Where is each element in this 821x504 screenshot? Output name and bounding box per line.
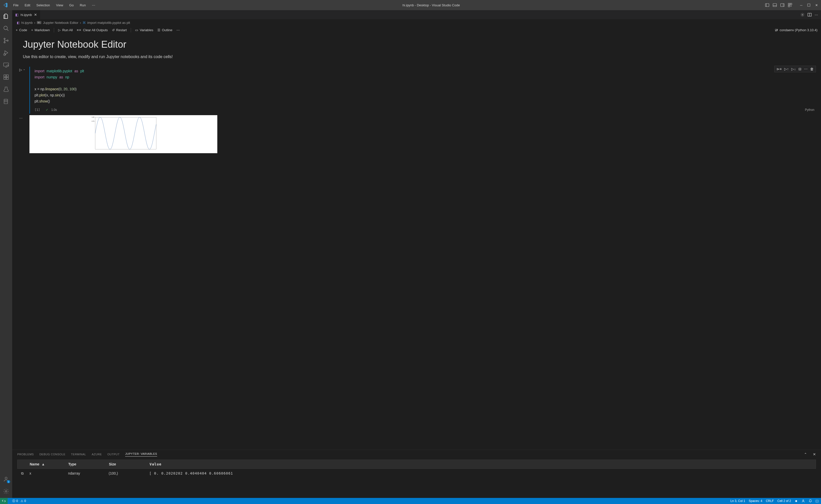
cell-gutter: ▷ ⌄ (19, 67, 29, 72)
cell-actions-toolbar: ⊳≡ ▷↑ ▷↓ ⊟ ⋯ 🗑 (774, 66, 816, 72)
layout-sidebar-left-icon[interactable] (765, 3, 770, 8)
cell-output: ⋯ 0.751.00 (19, 115, 821, 153)
col-name[interactable]: Name (30, 462, 39, 466)
breadcrumb-section[interactable]: Jupyter Notebook Editor (43, 21, 78, 25)
layout-panel-icon[interactable] (772, 3, 777, 8)
jupyter-icon[interactable] (3, 98, 10, 105)
execute-below-icon[interactable]: ▷↓ (791, 67, 796, 71)
settings-icon[interactable] (800, 13, 805, 17)
delete-cell-icon[interactable]: 🗑 (810, 67, 814, 71)
split-cell-icon[interactable]: ⊟ (798, 67, 801, 71)
layout-customize-icon[interactable] (788, 3, 793, 8)
breadcrumb-leaf[interactable]: import matplotlib.pyplot as plt (87, 21, 130, 25)
error-icon: ⓧ (12, 499, 15, 503)
tab-debug-console[interactable]: DEBUG CONSOLE (39, 453, 65, 456)
exec-count: [1] (34, 108, 40, 112)
close-icon[interactable]: ✕ (814, 3, 819, 8)
status-errors[interactable]: ⓧ0⚠0 (12, 499, 26, 503)
svg-rect-23 (6, 77, 8, 79)
menu-more-icon[interactable]: ⋯ (89, 2, 98, 9)
status-bell-icon[interactable] (809, 499, 812, 503)
kernel-selector[interactable]: 🖳condaenv (Python 3.10.4) (775, 28, 817, 32)
tab-jupyter-variables[interactable]: JUPYTER: VARIABLES (125, 452, 157, 457)
search-icon[interactable] (3, 25, 10, 32)
source-control-icon[interactable] (3, 37, 10, 44)
cell-code[interactable]: import matplotlib.pyplot as plt import n… (30, 67, 821, 107)
menu-view[interactable]: View (54, 2, 66, 9)
remote-explorer-icon[interactable] (3, 61, 10, 68)
status-feedback-icon[interactable] (801, 499, 805, 503)
var-name: x (27, 471, 68, 475)
svg-rect-0 (765, 4, 769, 7)
add-markdown-label: Markdown (34, 28, 50, 32)
menu-go[interactable]: Go (67, 2, 76, 9)
variables-button[interactable]: ▭Variables (135, 28, 153, 32)
menu-edit[interactable]: Edit (22, 2, 33, 9)
tab-problems[interactable]: PROBLEMS (17, 453, 34, 456)
col-type[interactable]: Type (68, 462, 109, 466)
plus-icon: + (31, 28, 33, 32)
execute-above-icon[interactable]: ▷↑ (784, 67, 789, 71)
python-icon: ⌘ (82, 21, 86, 25)
breadcrumb-file[interactable]: hi.ipynb (21, 21, 33, 25)
restart-button[interactable]: ↺Restart (112, 28, 127, 32)
open-data-viewer-icon[interactable]: ⧉ (21, 471, 24, 476)
clear-label: Clear All Outputs (83, 28, 108, 32)
maximize-icon[interactable] (806, 3, 811, 8)
tab-close-icon[interactable]: ✕ (34, 13, 37, 17)
status-cell[interactable]: Cell 2 of 2 (777, 499, 791, 503)
toolbar-more-icon[interactable]: ⋯ (176, 28, 180, 32)
add-code-button[interactable]: +Code (16, 28, 27, 32)
status-braces-icon[interactable]: { } (816, 499, 818, 503)
menu-file[interactable]: File (11, 2, 21, 9)
split-editor-icon[interactable] (808, 13, 812, 17)
tab-hi-ipynb[interactable]: ◧ hi.ipynb ✕ (12, 10, 40, 19)
panel-close-icon[interactable]: ✕ (813, 452, 816, 456)
menu-selection[interactable]: Selection (34, 2, 52, 9)
outline-button[interactable]: ☰Outline (157, 28, 172, 32)
separator (131, 28, 131, 32)
chevron-down-icon[interactable]: ⌄ (23, 68, 25, 71)
tab-azure[interactable]: AZURE (92, 453, 102, 456)
accounts-icon[interactable]: 1 (3, 476, 10, 483)
check-icon: ✓ (46, 108, 48, 112)
variable-row[interactable]: ⧉ x ndarray (100,) [ 0. 0.2020202 0.4040… (17, 469, 816, 478)
status-copilot-icon[interactable]: ☻ (795, 499, 798, 503)
run-by-line-icon[interactable]: ⊳≡ (777, 67, 782, 71)
remote-indicator[interactable] (0, 498, 8, 504)
tab-terminal[interactable]: TERMINAL (71, 453, 86, 456)
svg-line-12 (7, 29, 8, 31)
status-lncol[interactable]: Ln 3, Col 1 (730, 499, 745, 503)
main-area: 1 ◧ hi.ipynb ✕ ⋯ ◧ hi.ipynb › M↓ Jupyter… (0, 10, 821, 498)
run-debug-icon[interactable] (3, 49, 10, 56)
minimize-icon[interactable]: ─ (799, 3, 804, 8)
explorer-icon[interactable] (3, 13, 10, 20)
run-all-button[interactable]: ▷Run All (58, 28, 73, 32)
extensions-icon[interactable] (3, 74, 10, 81)
output-gutter[interactable]: ⋯ (19, 115, 29, 153)
svg-rect-8 (788, 5, 790, 7)
code-cell[interactable]: ⊳≡ ▷↑ ▷↓ ⊟ ⋯ 🗑 ▷ ⌄ import matplotlib.pyp… (19, 67, 821, 114)
sort-asc-icon[interactable]: ▲ (41, 462, 45, 466)
menu-run[interactable]: Run (77, 2, 88, 9)
tab-output[interactable]: OUTPUT (107, 453, 119, 456)
activity-bar: 1 (0, 10, 12, 498)
clear-outputs-button[interactable]: ≡⨯Clear All Outputs (77, 28, 108, 32)
more-actions-icon[interactable]: ⋯ (815, 13, 818, 17)
status-spaces[interactable]: Spaces: 4 (749, 499, 762, 503)
run-cell-icon[interactable]: ▷ (19, 68, 22, 72)
cell-main: import matplotlib.pyplot as plt import n… (29, 67, 821, 114)
cell-language[interactable]: Python (805, 108, 816, 112)
panel-maximize-icon[interactable]: ⌃ (804, 452, 807, 456)
col-size[interactable]: Size (109, 462, 149, 466)
window-controls: ─ ✕ (765, 3, 819, 8)
breadcrumb[interactable]: ◧ hi.ipynb › M↓ Jupyter Notebook Editor … (12, 19, 821, 26)
col-value[interactable]: Value (149, 462, 816, 466)
layout-sidebar-right-icon[interactable] (780, 3, 785, 8)
add-markdown-button[interactable]: +Markdown (31, 28, 50, 32)
status-eol[interactable]: CRLF (766, 499, 774, 503)
more-icon[interactable]: ⋯ (804, 67, 808, 71)
settings-gear-icon[interactable] (3, 488, 10, 495)
svg-text:1.00: 1.00 (92, 116, 94, 118)
testing-icon[interactable] (3, 86, 10, 93)
